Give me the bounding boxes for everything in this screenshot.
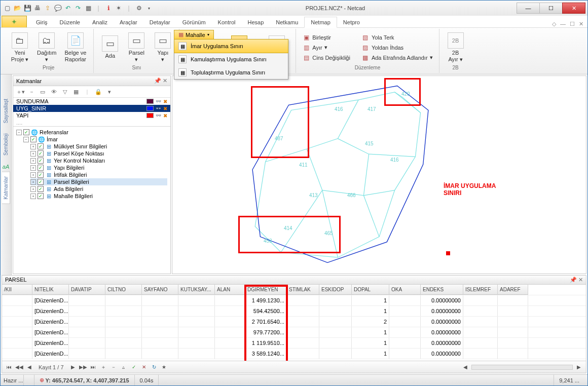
expand-icon[interactable]: + (30, 179, 36, 185)
ada-button[interactable]: ▭Ada (98, 34, 122, 60)
checkbox-icon[interactable]: ✓ (38, 172, 44, 178)
save-icon[interactable]: 💾 (23, 4, 32, 13)
prop-icon[interactable]: ▭ (38, 87, 48, 96)
mahalle-dropdown-button[interactable]: ▦ Mahalle ▾ (174, 30, 214, 40)
lock-icon[interactable]: 🔒 (93, 87, 103, 96)
grid-icon[interactable]: ▦ (84, 4, 93, 13)
tree-node[interactable]: +✓⊞Parsel Köşe Noktası (30, 150, 167, 157)
chat-icon[interactable]: 💬 (53, 4, 62, 13)
panel-close-icon[interactable]: ✕ (163, 78, 167, 84)
col-header[interactable]: /KII (2, 285, 32, 295)
parsel-button[interactable]: ▭Parsel▾ (124, 31, 149, 63)
tab-netpro[interactable]: Netpro (337, 17, 366, 27)
yoldan-button[interactable]: ▨Yoldan İhdas (359, 43, 435, 52)
tab-hesap[interactable]: Hesap (241, 17, 270, 27)
tree-node[interactable]: +✓⊞Yapı Bilgileri (30, 164, 167, 171)
pin-icon[interactable]: 📌 (154, 78, 161, 84)
collapse-icon[interactable]: − (23, 137, 29, 142)
table-row[interactable]: [DüzenlenD...1 119.9510...10.00000000 (2, 338, 586, 349)
table-row[interactable]: [DüzenlenD...2 701.6540...20.00000000 (2, 317, 586, 327)
checkbox-icon[interactable]: ✓ (38, 158, 44, 164)
collapse-icon[interactable]: − (16, 130, 22, 135)
nav-bookmark-icon[interactable]: ★ (160, 363, 168, 371)
nav-first-icon[interactable]: ⏮ (5, 363, 13, 371)
expand-icon[interactable]: + (30, 194, 36, 199)
aa-icon[interactable]: aA (3, 162, 9, 172)
tab-netkamu[interactable]: Netkamu (270, 17, 304, 27)
dagitim-button[interactable]: 🗂Dağıtım▾ (34, 31, 60, 63)
add-layer-icon[interactable]: ＋▾ (15, 87, 25, 96)
col-header[interactable]: ENDEKS (421, 285, 463, 295)
nav-right-icon[interactable]: ▶ (575, 363, 583, 371)
restore-icon[interactable]: ☐ (570, 21, 575, 27)
close-button[interactable]: ✕ (562, 3, 585, 14)
col-header[interactable]: CILTNO (105, 285, 142, 295)
tab-giris[interactable]: Giriş (30, 17, 54, 27)
2b-ayir-button[interactable]: 2B2B Ayır ▾ (444, 31, 468, 63)
checkbox-icon[interactable]: ✓ (23, 129, 29, 135)
redo-icon[interactable]: ↷ (74, 4, 83, 13)
table-row[interactable]: [DüzenlenD...1 499.1230...10.00000000 (2, 295, 586, 306)
nav-refresh-icon[interactable]: ↻ (150, 363, 158, 371)
tab-gorunum[interactable]: Görünüm (176, 17, 212, 27)
sidetab-semboloji[interactable]: Semboloji (2, 129, 10, 160)
ayir-button[interactable]: ▥Ayır ▾ (300, 43, 352, 52)
remove-layer-icon[interactable]: － (26, 87, 36, 96)
panel-close-icon[interactable]: ✕ (578, 277, 583, 283)
expand-icon[interactable]: + (30, 186, 36, 192)
more-icon[interactable]: ▾ (104, 87, 115, 96)
tab-detaylar[interactable]: Detaylar (143, 17, 176, 27)
nav-edit-icon[interactable]: ▵ (120, 363, 128, 371)
nav-prev-icon[interactable]: ◀ (25, 363, 33, 371)
close2-icon[interactable]: ✕ (579, 21, 583, 27)
net-icon[interactable]: ✶ (114, 4, 123, 13)
nav-next-icon[interactable]: ▶ (69, 363, 77, 371)
minimize-ribbon-icon[interactable]: — (560, 21, 566, 27)
tree-node[interactable]: +✓⊞Mahalle Bilgileri (30, 192, 167, 200)
file-tab[interactable]: ✦ (2, 16, 27, 27)
nav-cancel-icon[interactable]: ✕ (140, 363, 148, 371)
tab-araclar[interactable]: Araçlar (114, 17, 143, 27)
open-icon[interactable]: 📂 (13, 4, 22, 13)
col-header[interactable]: ESKIDOP (319, 285, 352, 295)
vis-icon[interactable]: 👁 (49, 87, 59, 96)
tree-node[interactable]: +✓⊞Mülkiyet Sınır Bilgileri (30, 143, 167, 150)
nav-nextpage-icon[interactable]: ▶▶ (79, 363, 87, 371)
layer-row[interactable]: UYG_SINIR👓✖ (13, 105, 170, 112)
menu-kamulastirma[interactable]: ▦Kamulaştırma Uygulama Sınırı (174, 53, 288, 66)
table-row[interactable]: [DüzenlenD...979.77200...10.00000000 (2, 327, 586, 338)
nav-del-icon[interactable]: － (109, 363, 118, 371)
nav-left-icon[interactable]: ◀ (461, 363, 469, 371)
pin-icon[interactable]: 📌 (570, 277, 577, 283)
cins-button[interactable]: ▤Cins Değişikliği (300, 53, 352, 62)
help-icon[interactable]: ◇ (552, 21, 556, 27)
tree-node[interactable]: +✓⊞Yer Kontrol Noktaları (30, 157, 167, 164)
col-header[interactable]: ALAN (215, 285, 245, 295)
tree-node[interactable]: +✓⊞İrtifak Bilgileri (30, 171, 167, 178)
settings-icon[interactable]: ⚙ (134, 4, 143, 13)
menu-imar-uygulama[interactable]: ▦İmar Uygulama Sınırı (174, 39, 288, 53)
col-header[interactable]: NITELIK (32, 285, 69, 295)
nav-ok-icon[interactable]: ✓ (130, 363, 138, 371)
tab-duzenle[interactable]: Düzenle (54, 17, 86, 27)
nav-last-icon[interactable]: ⏭ (89, 363, 97, 371)
checkbox-icon[interactable]: ✓ (38, 143, 44, 149)
yeni-proje-button[interactable]: 🗀Yeni Proje ▾ (8, 31, 32, 63)
col-header[interactable]: KUTUKSAY... (178, 285, 215, 295)
expand-icon[interactable]: + (30, 144, 36, 149)
tree-node[interactable]: +✓⊞Parsel Bilgileri (30, 178, 167, 185)
layer-row[interactable]: YAPI👓✖ (13, 112, 170, 119)
col-header[interactable]: ADAREF (498, 285, 528, 295)
table-row[interactable]: [DüzenlenD...3 589.1240...10.00000000 (2, 349, 586, 359)
undo-icon[interactable]: ↶ (63, 4, 72, 13)
minimize-button[interactable]: — (517, 3, 540, 14)
maximize-button[interactable]: ☐ (539, 3, 563, 14)
scroll-track[interactable] (471, 365, 573, 370)
belge-button[interactable]: 📄Belge ve Raporlar (62, 31, 90, 63)
tab-netmap[interactable]: Netmap (304, 17, 337, 28)
col-header[interactable]: DAVATIP (69, 285, 105, 295)
sidetab-katmanlar[interactable]: Katmanlar (2, 172, 10, 204)
tree-imar[interactable]: −✓🌐İmar (23, 136, 167, 143)
col-header[interactable]: STIMLAK (287, 285, 319, 295)
tab-analiz[interactable]: Analiz (86, 17, 114, 27)
